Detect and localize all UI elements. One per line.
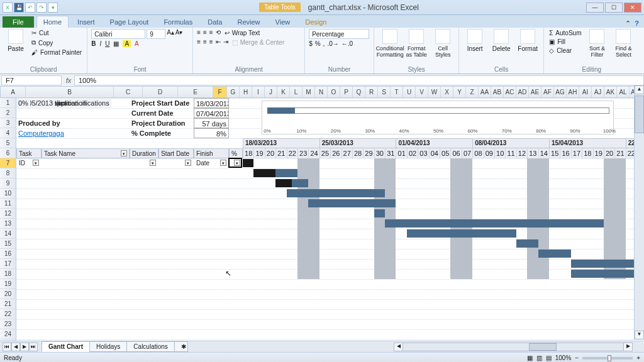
tab-nav-prev-icon[interactable]: ◀ <box>11 343 20 351</box>
tab-nav-last-icon[interactable]: ⏭ <box>29 343 38 351</box>
col-header[interactable]: AD <box>516 87 529 97</box>
col-header[interactable]: U <box>403 87 416 97</box>
view-break-icon[interactable]: ▤ <box>546 354 552 361</box>
row-header[interactable]: 18 <box>0 269 16 279</box>
cell-styles-button[interactable]: Cell Styles <box>431 29 455 58</box>
maximize-button[interactable]: ☐ <box>605 3 623 13</box>
col-duration[interactable]: Duration▾ <box>130 148 158 158</box>
minimize-button[interactable]: — <box>586 3 604 13</box>
row-header[interactable]: 5 <box>0 138 16 148</box>
col-header[interactable]: Z <box>466 87 479 97</box>
gantt-bar[interactable] <box>374 209 385 217</box>
zoom-in-icon[interactable]: + <box>636 354 640 361</box>
row-header[interactable]: 15 <box>0 239 16 249</box>
sheet-tab-gantt[interactable]: Gantt Chart <box>42 341 90 352</box>
fx-icon[interactable]: fx <box>63 77 74 84</box>
sheet-tab-calculations[interactable]: Calculations <box>126 341 174 352</box>
value-complete[interactable]: 8% <box>194 128 229 138</box>
col-header[interactable]: AJ <box>592 87 604 97</box>
scroll-thumb[interactable] <box>635 96 644 133</box>
align-right-icon[interactable]: ≡ <box>209 38 213 47</box>
copy-button[interactable]: ⧉Copy <box>30 38 83 47</box>
font-family-select[interactable]: Calibri <box>91 29 145 39</box>
row-header[interactable]: 4 <box>0 128 16 138</box>
gantt-bar[interactable] <box>385 219 604 228</box>
tab-formulas[interactable]: Formulas <box>157 16 199 28</box>
col-header[interactable]: AK <box>604 87 617 97</box>
gantt-bar[interactable] <box>308 199 396 207</box>
font-size-select[interactable]: 9 <box>147 29 165 39</box>
currency-icon[interactable]: $ <box>309 40 313 47</box>
row-header[interactable]: 22 <box>0 309 16 319</box>
col-header[interactable]: AL <box>617 87 630 97</box>
col-header[interactable]: P <box>340 87 353 97</box>
value-duration[interactable]: 57 days <box>194 118 229 128</box>
decrease-decimal-icon[interactable]: ←.0 <box>341 40 353 47</box>
col-header[interactable]: N <box>315 87 328 97</box>
cut-button[interactable]: ✂Cut <box>30 29 83 37</box>
col-header[interactable]: B <box>26 87 114 97</box>
row-header[interactable]: 24 <box>0 329 16 339</box>
scroll-up-icon[interactable]: ▲ <box>635 85 644 94</box>
row-header[interactable]: 21 <box>0 299 16 309</box>
font-color-icon[interactable]: A <box>135 40 139 47</box>
tab-insert[interactable]: Insert <box>71 16 101 28</box>
col-finish-date[interactable]: Finish Date▾ <box>194 148 229 158</box>
row-header[interactable]: 2 <box>0 108 16 118</box>
col-header[interactable]: AH <box>567 87 579 97</box>
paste-button[interactable]: Paste <box>4 29 28 52</box>
gantt-bar[interactable] <box>516 239 538 248</box>
gantt-bar[interactable] <box>571 260 644 268</box>
tab-view[interactable]: View <box>269 16 297 28</box>
value-current-date[interactable]: 07/04/2013 <box>194 108 229 118</box>
conditional-formatting-button[interactable]: Conditional Formatting <box>378 29 402 58</box>
col-header[interactable]: AI <box>579 87 592 97</box>
link-producer[interactable]: Computergaga <box>16 128 130 138</box>
row-header[interactable]: 19 <box>0 279 16 289</box>
tab-page-layout[interactable]: Page Layout <box>104 16 155 28</box>
scroll-left-icon[interactable]: ◀ <box>394 343 403 351</box>
bold-button[interactable]: B <box>91 40 96 47</box>
horizontal-scrollbar[interactable]: ◀ ▶ <box>394 343 633 351</box>
col-header[interactable]: V <box>416 87 428 97</box>
row-header[interactable]: 3 <box>0 118 16 128</box>
qat-dropdown-icon[interactable]: ▾ <box>48 3 58 13</box>
col-header[interactable]: F <box>213 87 227 97</box>
scroll-down-icon[interactable]: ▼ <box>635 331 644 339</box>
row-header[interactable]: 8 <box>0 168 16 178</box>
col-header[interactable]: AB <box>491 87 504 97</box>
col-task-id[interactable]: Task ID▾ <box>16 148 42 158</box>
row-header[interactable]: 10 <box>0 189 16 199</box>
shrink-font-icon[interactable]: A▾ <box>175 29 183 39</box>
row-header[interactable]: 11 <box>0 199 16 209</box>
name-box[interactable]: F7 <box>1 75 62 85</box>
close-button[interactable]: ✕ <box>624 3 641 13</box>
gantt-bar[interactable] <box>287 189 386 197</box>
percent-icon[interactable]: % <box>315 40 321 47</box>
align-bottom-icon[interactable]: ≡ <box>209 29 213 37</box>
merge-center-button[interactable]: ⬚Merge & Center <box>231 38 286 47</box>
scroll-right-icon[interactable]: ▶ <box>623 343 632 351</box>
grow-font-icon[interactable]: A▴ <box>167 29 174 39</box>
format-cells-button[interactable]: Format <box>516 29 540 52</box>
col-header[interactable]: I <box>252 87 265 97</box>
gantt-bar[interactable] <box>571 270 644 278</box>
col-header[interactable]: Y <box>453 87 466 97</box>
tab-data[interactable]: Data <box>201 16 228 28</box>
indent-decrease-icon[interactable]: ⇤ <box>216 38 221 47</box>
col-percent[interactable]: %▾ <box>229 148 243 158</box>
col-header[interactable]: T <box>391 87 403 97</box>
col-header[interactable]: G <box>227 87 240 97</box>
row-header[interactable]: 17 <box>0 259 16 269</box>
row-header[interactable]: 14 <box>0 229 16 239</box>
col-header[interactable]: J <box>265 87 277 97</box>
minimize-ribbon-icon[interactable]: ⌃ <box>625 19 631 28</box>
row-header[interactable]: 13 <box>0 219 16 229</box>
col-header[interactable]: C <box>114 87 143 97</box>
align-center-icon[interactable]: ≡ <box>203 38 207 47</box>
cell-grid[interactable]: Software DevelopmentProject Start Date18… <box>16 98 644 341</box>
zoom-out-icon[interactable]: − <box>575 354 579 361</box>
hscroll-thumb[interactable] <box>529 343 557 351</box>
format-as-table-button[interactable]: Format as Table <box>404 29 428 58</box>
row-header[interactable]: 23 <box>0 319 16 329</box>
